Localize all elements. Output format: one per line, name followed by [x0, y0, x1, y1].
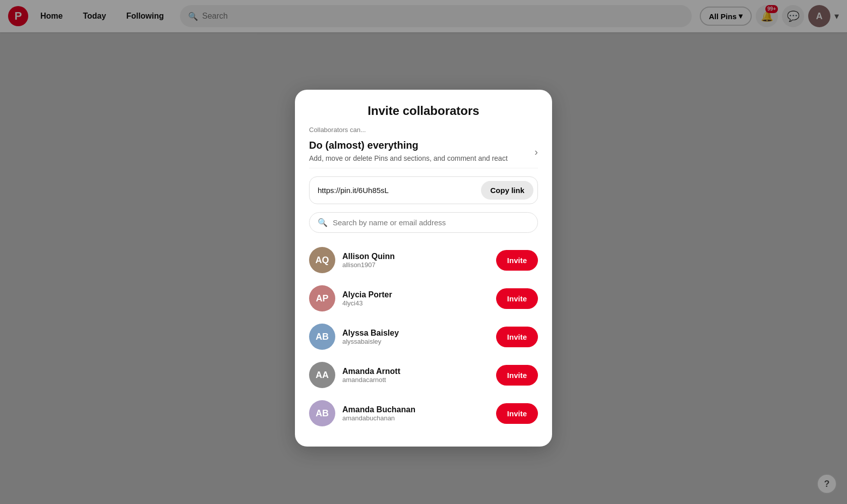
user-info: Amanda Buchanan amandabuchanan: [342, 405, 489, 422]
modal-overlay[interactable]: Invite collaborators Collaborators can..…: [0, 0, 847, 504]
modal-body: Collaborators can... Do (almost) everyth…: [295, 126, 552, 447]
invite-link-url: https://pin.it/6Uh85sL: [318, 186, 477, 195]
invite-button[interactable]: Invite: [496, 403, 538, 424]
search-collaborators-input[interactable]: [333, 218, 529, 227]
user-name: Allison Quinn: [342, 252, 489, 261]
user-name: Amanda Buchanan: [342, 405, 489, 414]
user-handle: 4lyci43: [342, 299, 489, 307]
user-info: Allison Quinn allison1907: [342, 252, 489, 269]
link-row: https://pin.it/6Uh85sL Copy link: [309, 176, 538, 204]
permission-row[interactable]: Do (almost) everything Add, move or dele…: [309, 136, 538, 168]
user-info: Alyssa Baisley alyssabaisley: [342, 329, 489, 345]
user-avatar: AB: [309, 324, 335, 350]
invite-button[interactable]: Invite: [496, 365, 538, 386]
user-handle: allison1907: [342, 261, 489, 269]
invite-collaborators-modal: Invite collaborators Collaborators can..…: [295, 90, 552, 447]
user-row: AB Alyssa Baisley alyssabaisley Invite: [309, 318, 538, 356]
invite-button[interactable]: Invite: [496, 250, 538, 271]
user-avatar: AP: [309, 285, 335, 311]
user-row: AQ Allison Quinn allison1907 Invite: [309, 241, 538, 279]
user-row: AB Amanda Buchanan amandabuchanan Invite: [309, 394, 538, 432]
user-avatar: AQ: [309, 247, 335, 273]
permission-text: Do (almost) everything Add, move or dele…: [309, 140, 508, 164]
collaborators-can-label: Collaborators can...: [309, 126, 538, 134]
invite-button[interactable]: Invite: [496, 288, 538, 309]
user-info: Alycia Porter 4lyci43: [342, 290, 489, 307]
user-handle: amandabuchanan: [342, 414, 489, 422]
user-name: Alycia Porter: [342, 290, 489, 299]
chevron-right-icon: ›: [534, 146, 538, 158]
modal-header: Invite collaborators: [295, 90, 552, 126]
user-name: Amanda Arnott: [342, 367, 489, 376]
user-row: AA Amanda Arnott amandacarnott Invite: [309, 356, 538, 394]
user-avatar: AB: [309, 400, 335, 426]
user-row: AP Alycia Porter 4lyci43 Invite: [309, 279, 538, 318]
invite-button[interactable]: Invite: [496, 327, 538, 347]
permission-desc: Add, move or delete Pins and sections, a…: [309, 153, 508, 164]
user-name: Alyssa Baisley: [342, 329, 489, 338]
modal-title: Invite collaborators: [309, 104, 538, 118]
user-handle: amandacarnott: [342, 376, 489, 384]
search-collaborators-box[interactable]: 🔍: [309, 212, 538, 233]
user-avatar: AA: [309, 362, 335, 388]
search-icon: 🔍: [318, 218, 328, 227]
user-handle: alyssabaisley: [342, 338, 489, 345]
copy-link-button[interactable]: Copy link: [481, 181, 533, 200]
permission-title: Do (almost) everything: [309, 140, 508, 151]
user-info: Amanda Arnott amandacarnott: [342, 367, 489, 384]
user-list: AQ Allison Quinn allison1907 Invite AP A…: [309, 241, 538, 432]
